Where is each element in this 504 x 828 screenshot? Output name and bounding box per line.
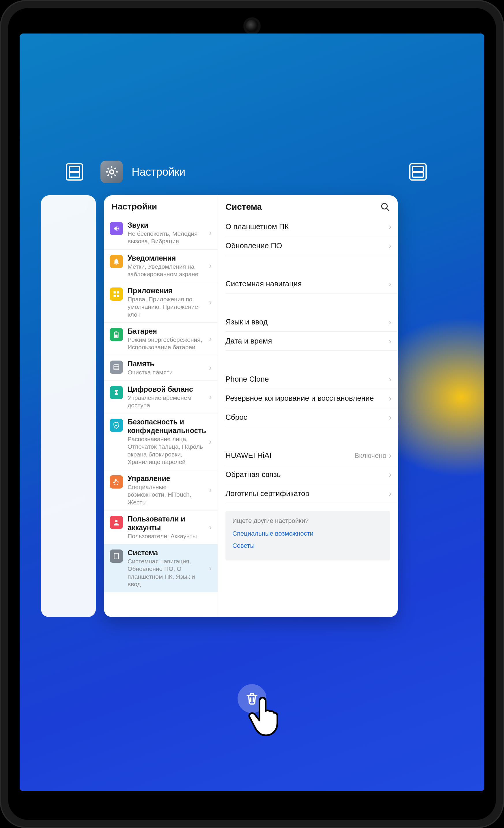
chevron-right-icon: ›: [389, 470, 392, 479]
bell-icon: [110, 255, 123, 268]
settings-item-shield[interactable]: Безопасность и конфиденциальностьРаспозн…: [104, 413, 218, 470]
svg-rect-1: [113, 291, 116, 293]
svg-rect-3: [113, 295, 116, 297]
bezel: Настройки Настройки ЗвукиНе беспокоить, …: [8, 8, 496, 820]
settings-item-sound[interactable]: ЗвукиНе беспокоить, Мелодия вызова, Вибр…: [104, 217, 218, 250]
chevron-right-icon: ›: [209, 485, 215, 495]
detail-item[interactable]: Язык и ввод›: [225, 313, 398, 332]
chevron-right-icon: ›: [389, 222, 392, 232]
detail-item-label: Обновление ПО: [225, 241, 389, 250]
svg-rect-2: [117, 291, 119, 293]
hint-box: Ищете другие настройки? Специальные возм…: [225, 511, 390, 561]
chevron-right-icon: ›: [389, 451, 392, 460]
recents-card-prev[interactable]: [41, 195, 96, 617]
settings-item-label: Батарея: [128, 327, 203, 335]
detail-item[interactable]: Обновление ПО›: [225, 236, 398, 255]
chevron-right-icon: ›: [389, 375, 392, 384]
chevron-right-icon: ›: [209, 298, 215, 307]
settings-item-sub: Специальные возможности, HiTouch, Жесты: [128, 483, 203, 506]
settings-item-sub: Метки, Уведомления на заблокированном эк…: [128, 263, 203, 278]
search-icon[interactable]: [380, 202, 390, 212]
sound-icon: [110, 222, 123, 235]
storage-icon: [110, 361, 123, 374]
app-title: Настройки: [132, 166, 185, 178]
battery-icon: [110, 328, 123, 341]
chevron-right-icon: ›: [209, 523, 215, 532]
chevron-right-icon: ›: [209, 564, 215, 573]
detail-item[interactable]: Резервное копирование и восстановление›: [225, 389, 398, 408]
detail-title: Система: [225, 202, 380, 212]
settings-item-label: Звуки: [128, 221, 203, 230]
detail-item[interactable]: Сброс›: [225, 408, 398, 427]
chevron-right-icon: ›: [389, 337, 392, 346]
settings-item-sub: Не беспокоить, Мелодия вызова, Вибрация: [128, 230, 203, 245]
split-screen-button-right[interactable]: [409, 163, 427, 180]
group-separator: [225, 427, 398, 446]
detail-item[interactable]: Системная навигация›: [225, 275, 398, 293]
device-frame: Настройки Настройки ЗвукиНе беспокоить, …: [0, 0, 504, 828]
settings-item-battery[interactable]: БатареяРежим энергосбережения, Использов…: [104, 323, 218, 356]
app-icon-settings[interactable]: [100, 161, 123, 183]
split-screen-button-left[interactable]: [66, 163, 83, 180]
screen: Настройки Настройки ЗвукиНе беспокоить, …: [19, 34, 485, 791]
settings-item-label: Приложения: [128, 286, 203, 295]
detail-item-label: Обратная связь: [225, 470, 389, 479]
detail-item[interactable]: HUAWEI HiAIВключено›: [225, 446, 398, 465]
chevron-right-icon: ›: [209, 334, 215, 343]
recents-cards: Настройки ЗвукиНе беспокоить, Мелодия вы…: [41, 195, 398, 617]
settings-item-sub: Очистка памяти: [128, 369, 203, 376]
recents-card-settings[interactable]: Настройки ЗвукиНе беспокоить, Мелодия вы…: [104, 195, 398, 617]
svg-rect-7: [115, 335, 118, 337]
chevron-right-icon: ›: [209, 363, 215, 372]
settings-item-sub: Системная навигация, Обновление ПО, О пл…: [128, 557, 203, 588]
apps-icon: [110, 287, 123, 301]
settings-item-hourglass[interactable]: Цифровой балансУправление временем досту…: [104, 381, 218, 414]
hint-link-tips[interactable]: Советы: [232, 542, 383, 549]
system-icon: [110, 549, 123, 563]
gear-icon: [104, 164, 119, 179]
detail-item-label: Логотипы сертификатов: [225, 489, 389, 498]
hint-question: Ищете другие настройки?: [232, 517, 383, 525]
settings-item-storage[interactable]: ПамятьОчистка памяти›: [104, 355, 218, 380]
settings-item-bell[interactable]: УведомленияМетки, Уведомления на заблоки…: [104, 250, 218, 283]
detail-item[interactable]: Логотипы сертификатов›: [225, 484, 398, 503]
chevron-right-icon: ›: [209, 392, 215, 402]
settings-master-pane: Настройки ЗвукиНе беспокоить, Мелодия вы…: [104, 195, 218, 617]
hourglass-icon: [110, 386, 123, 399]
settings-item-sub: Режим энергосбережения, Использование ба…: [128, 336, 203, 351]
settings-item-label: Память: [128, 360, 203, 368]
settings-item-label: Уведомления: [128, 254, 203, 262]
front-camera: [246, 19, 258, 32]
detail-list[interactable]: О планшетном ПК›Обновление ПО›Системная …: [218, 217, 398, 503]
settings-item-sub: Распознавание лица, Отпечаток пальца, Па…: [128, 436, 203, 466]
settings-list[interactable]: ЗвукиНе беспокоить, Мелодия вызова, Вибр…: [104, 217, 218, 617]
shield-icon: [110, 419, 123, 432]
chevron-right-icon: ›: [389, 318, 392, 327]
group-separator: [225, 255, 398, 275]
clear-all-wrap: [238, 684, 266, 713]
group-separator: [225, 351, 398, 370]
settings-item-apps[interactable]: ПриложенияПрава, Приложения по умолчанию…: [104, 282, 218, 323]
hint-link-accessibility[interactable]: Специальные возможности: [232, 530, 383, 537]
svg-point-0: [110, 170, 114, 174]
detail-item-label: О планшетном ПК: [225, 222, 389, 232]
settings-detail-pane: Система О планшетном ПК›Обновление ПО›Си…: [218, 195, 398, 617]
settings-item-sub: Управление временем доступа: [128, 394, 203, 409]
recents-header: Настройки: [19, 161, 485, 183]
settings-item-system[interactable]: СистемаСистемная навигация, Обновление П…: [104, 544, 218, 592]
detail-item[interactable]: Дата и время›: [225, 332, 398, 351]
detail-item-label: Системная навигация: [225, 279, 389, 289]
settings-item-sub: Пользователи, Аккаунты: [128, 532, 203, 540]
settings-item-user[interactable]: Пользователи и аккаунтыПользователи, Акк…: [104, 510, 218, 544]
detail-item[interactable]: Обратная связь›: [225, 465, 398, 484]
detail-item-label: Phone Clone: [225, 374, 389, 384]
hand-icon: [110, 475, 123, 489]
group-separator: [225, 293, 398, 313]
settings-item-label: Пользователи и аккаунты: [128, 514, 203, 532]
chevron-right-icon: ›: [389, 279, 392, 289]
chevron-right-icon: ›: [389, 394, 392, 403]
detail-item-value: Включено: [355, 452, 386, 460]
settings-item-hand[interactable]: УправлениеСпециальные возможности, HiTou…: [104, 470, 218, 510]
detail-item[interactable]: Phone Clone›: [225, 370, 398, 389]
detail-item[interactable]: О планшетном ПК›: [225, 217, 398, 236]
